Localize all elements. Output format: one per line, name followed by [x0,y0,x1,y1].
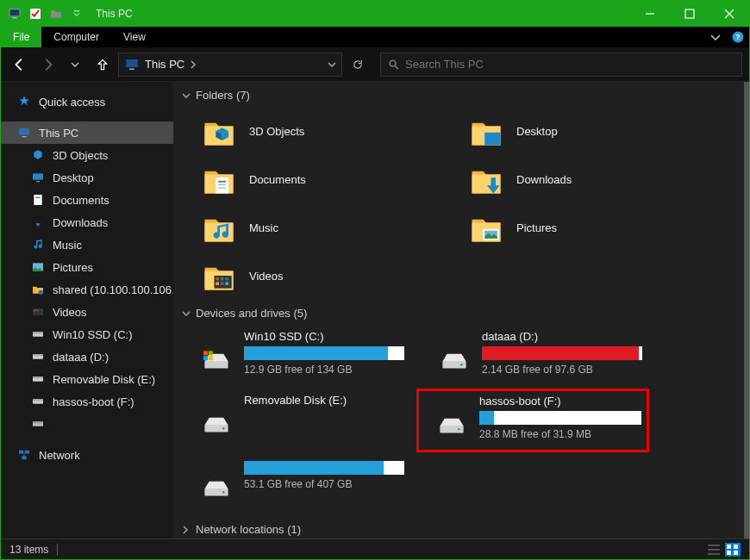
sidebar-item[interactable]: hassos-boot (F:) [1,390,173,413]
sidebar-item[interactable]: Removable Disk (E:) [1,368,173,390]
tile-label: Music [249,221,278,234]
sidebar-item[interactable]: Pictures [1,256,173,278]
chevron-down-icon [182,91,191,100]
drive-icon [199,471,234,506]
breadcrumb[interactable]: This PC [145,58,184,71]
svg-point-56 [460,364,463,366]
group-header-network[interactable]: Network locations (1) [178,516,744,538]
address-bar[interactable]: This PC [118,53,342,77]
sidebar-item[interactable]: 3D Objects [1,144,173,166]
tile-label: Pictures [516,221,557,234]
sidebar-item[interactable]: Desktop [1,166,173,189]
qat-chevron-icon[interactable] [68,5,85,22]
cube-icon [199,111,239,151]
drive-usage-bar [244,346,404,360]
drive-free-text: 12.9 GB free of 134 GB [244,364,404,376]
folder-tile[interactable]: 3D Objects [178,107,446,155]
svg-rect-4 [685,9,694,18]
titlebar: This PC [1,1,749,27]
window-title: This PC [91,8,133,20]
folder-tile[interactable]: Desktop [446,107,713,155]
up-button[interactable] [91,53,115,77]
tab-computer[interactable]: Computer [41,27,111,47]
file-tab[interactable]: File [1,27,41,47]
svg-rect-31 [33,399,43,401]
svg-rect-51 [225,282,228,285]
drive-usage-bar [479,411,641,425]
sidebar-item[interactable]: Videos [1,301,173,323]
drive-free-text: 28.8 MB free of 31.9 MB [479,428,641,440]
svg-point-57 [222,427,225,430]
sidebar-item[interactable]: shared (10.100.100.106… [1,278,173,301]
sidebar-item-label: 3D Objects [53,149,108,162]
svg-rect-65 [727,551,731,555]
svg-rect-17 [34,195,41,205]
search-input[interactable] [405,58,734,71]
quick-access-toolbar [1,5,91,22]
svg-point-20 [39,290,43,295]
svg-rect-47 [221,277,224,281]
tile-label: Documents [249,173,306,186]
close-button[interactable] [709,1,749,27]
svg-rect-64 [734,544,738,549]
drive-tile[interactable]: Removable Disk (E:) [178,389,411,452]
properties-icon[interactable] [27,5,44,22]
svg-rect-53 [209,351,213,355]
help-button[interactable]: ? [727,27,749,47]
folder-tile[interactable]: Documents [178,155,446,203]
sidebar-item[interactable]: Downloads [1,211,173,233]
sidebar-item[interactable]: Win10 SSD (C:) [1,323,173,345]
sidebar-item[interactable]: dataaa (D:) [1,345,173,368]
svg-rect-9 [126,59,138,67]
folder-tile[interactable]: Pictures [446,203,713,252]
content-pane[interactable]: Folders (7) 3D ObjectsDesktopDocumentsDo… [173,82,749,538]
sidebar-network[interactable]: Network [1,444,173,466]
forward-button[interactable] [35,53,59,77]
svg-rect-39 [216,177,228,193]
pc-icon [16,125,32,140]
svg-rect-10 [129,68,134,70]
group-header-drives[interactable]: Devices and drives (5) [178,300,744,325]
chevron-down-icon[interactable] [328,60,336,69]
sidebar-empty-drive[interactable] [1,413,173,435]
tile-label: 3D Objects [249,125,304,138]
sidebar-this-pc[interactable]: This PC [1,121,173,144]
down-icon [30,215,46,230]
vid-icon [199,256,239,296]
drive-icon [199,408,234,442]
sidebar-item-label: Downloads [53,216,108,229]
drive-tile[interactable]: dataaa (D:)2.14 GB free of 97.6 GB [416,325,649,389]
drive-icon [30,394,46,409]
sidebar-item[interactable]: Documents [1,189,173,211]
tab-view[interactable]: View [111,27,158,47]
svg-point-58 [458,428,460,431]
drive-name: Removable Disk (E:) [244,394,404,407]
recent-button[interactable] [63,53,87,77]
folder-tile[interactable]: Music [178,203,446,252]
view-toggle [706,543,741,557]
expand-ribbon-button[interactable] [704,27,727,47]
sidebar-item-label: Quick access [39,96,105,109]
minimize-button[interactable] [630,1,670,27]
drive-tile[interactable]: Win10 SSD (C:)12.9 GB free of 134 GB [178,325,411,389]
svg-rect-49 [216,282,219,285]
refresh-button[interactable] [346,53,370,77]
group-header-folders[interactable]: Folders (7) [178,82,744,107]
svg-rect-29 [33,376,43,378]
maximize-button[interactable] [670,1,709,27]
drive-tile[interactable]: hassos-boot (F:)28.8 MB free of 31.9 MB [416,389,649,452]
drive-tile[interactable]: 53.1 GB free of 407 GB [178,452,411,516]
svg-point-11 [390,60,396,66]
chevron-right-icon[interactable] [190,60,197,69]
search-box[interactable] [380,53,742,77]
folder-icon[interactable] [47,5,65,22]
folder-tile[interactable]: Videos [178,252,446,300]
details-view-button[interactable] [706,543,722,557]
sidebar-item-label: Documents [53,194,109,207]
sidebar-quick-access[interactable]: Quick access [1,90,173,113]
network-icon [16,447,32,463]
tiles-view-button[interactable] [725,543,741,557]
folder-tile[interactable]: Downloads [446,155,713,203]
sidebar-item[interactable]: Music [1,233,173,256]
back-button[interactable] [8,53,32,77]
